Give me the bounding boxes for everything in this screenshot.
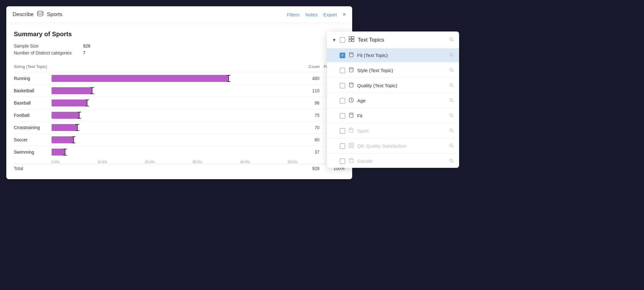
total-row: Total 928 100% [14,164,345,173]
svg-rect-23 [352,37,354,39]
item-checkbox-unchecked[interactable] [340,128,345,134]
item-checkbox-unchecked[interactable] [340,143,345,149]
item-icon [348,82,354,89]
dropdown-divider [327,138,459,139]
dropdown-item-gender[interactable]: Gender [327,154,459,168]
dropdown-divider [327,153,459,154]
dropdown-header-label: Text Topics [358,37,446,43]
item-checkbox-unchecked[interactable] [340,113,345,119]
item-label: Style (Text Topic) [357,68,446,73]
axis-label: 0.0% [52,160,59,164]
item-checkbox-unchecked[interactable] [340,68,345,73]
dropdown-item-fit_text_topic[interactable]: ✓ Fit (Text Topic) [327,48,459,62]
item-checkbox-unchecked[interactable] [340,83,345,88]
item-checkbox-unchecked[interactable] [340,158,345,164]
svg-point-28 [349,53,353,54]
item-search-icon[interactable] [449,53,454,58]
dataset-title: Sports [47,11,62,18]
bar [52,100,87,106]
svg-line-36 [452,86,454,87]
row-label: Soccer [14,137,52,142]
item-icon [348,143,354,149]
dropdown-chevron-icon[interactable]: ▼ [332,37,336,43]
item-label: Q8: Quality Satisfaction [357,143,446,149]
dropdown-item-sport[interactable]: Sport [327,124,459,138]
row-count: 110 [297,88,319,93]
distinct-categories-label: Number of Distinct categories [14,50,77,55]
svg-line-39 [351,100,352,101]
axis-label: 50.0% [288,160,297,164]
dropdown-header-search-icon[interactable] [449,37,454,43]
svg-line-33 [452,71,454,72]
dropdown-item-q8_quality[interactable]: Q8: Quality Satisfaction [327,139,459,153]
total-count: 928 [297,166,319,171]
bar [52,75,229,82]
header-right: Filters Notes Export × [287,11,346,18]
item-icon [348,112,354,119]
chart-section: Sizing (Text Topic) Count Percentage Run… [14,64,345,173]
svg-point-0 [37,11,43,13]
dropdown-header-checkbox[interactable] [340,37,345,43]
svg-line-47 [452,131,454,132]
dropdown-items-list: ✓ Fit (Text Topic) Style (Text Topic) Qu… [327,48,459,168]
error-bar-icon [70,136,77,144]
item-checkbox-unchecked[interactable] [340,98,345,104]
export-button[interactable]: Export [323,12,337,17]
item-search-icon[interactable] [449,128,454,134]
bar [52,87,92,94]
svg-rect-51 [352,146,354,148]
content-area: Summary of Sports Sample Size 928 Number… [6,23,352,179]
axis-label: 20.0% [145,160,155,164]
item-search-icon[interactable] [449,143,454,149]
dropdown-item-fit[interactable]: Fit [327,109,459,122]
row-count: 70 [297,125,319,130]
dropdown-item-style_text_topic[interactable]: Style (Text Topic) [327,64,459,77]
row-label: Swimming [14,150,52,155]
dropdown-grid-icon [348,36,355,44]
dropdown-header: ▼ Text Topics [327,31,459,48]
item-search-icon[interactable] [449,83,454,88]
svg-line-56 [452,161,454,162]
distinct-categories-value: 7 [83,50,86,55]
bar-container [52,75,297,82]
item-search-icon[interactable] [449,113,454,119]
chart-header: Sizing (Text Topic) Count Percentage [14,64,345,69]
error-bar-icon [76,111,82,119]
total-label: Total [14,166,52,171]
item-icon [348,158,354,164]
dropdown-item-age[interactable]: Age [327,94,459,107]
dataset-icon [37,11,44,18]
svg-line-30 [452,55,454,57]
filters-button[interactable]: Filters [287,12,300,17]
sample-size-value: 928 [83,43,90,48]
item-checkbox-checked[interactable]: ✓ [340,53,345,58]
axis-label: 10.0% [97,160,107,164]
chart-row: Swimming 37 3.9% [14,146,345,158]
dropdown-item-quality_text_topic[interactable]: Quality (Text Topic) [327,79,459,92]
svg-point-45 [349,128,353,129]
chart-rows: Running 480 51.7% Basketball 11 [14,72,345,158]
chart-row: Basketball 110 11.8% [14,84,345,97]
row-label: Football [14,113,52,118]
row-count: 480 [297,76,319,81]
bar-container [52,112,297,119]
stat-sample-size: Sample Size 928 [14,43,345,48]
item-label: Quality (Text Topic) [357,83,446,88]
chart-col-count-header: Count [297,64,319,69]
chart-row: Football 75 8.3% [14,109,345,121]
close-button[interactable]: × [342,11,346,18]
item-label: Age [357,98,446,103]
header-left: Describe Sports [13,11,62,18]
notes-button[interactable]: Notes [305,12,318,17]
row-count: 75 [297,113,319,118]
item-icon [348,128,354,134]
item-search-icon[interactable] [449,68,454,73]
item-label: Fit (Text Topic) [357,53,446,58]
dropdown-panel: ▼ Text Topics ✓ Fit (Text Topic) [327,31,459,168]
item-search-icon[interactable] [449,158,454,164]
svg-line-41 [452,101,454,102]
item-search-icon[interactable] [449,98,454,104]
error-bar-icon [89,87,95,94]
item-label: Sport [357,128,446,134]
svg-rect-50 [349,146,351,148]
